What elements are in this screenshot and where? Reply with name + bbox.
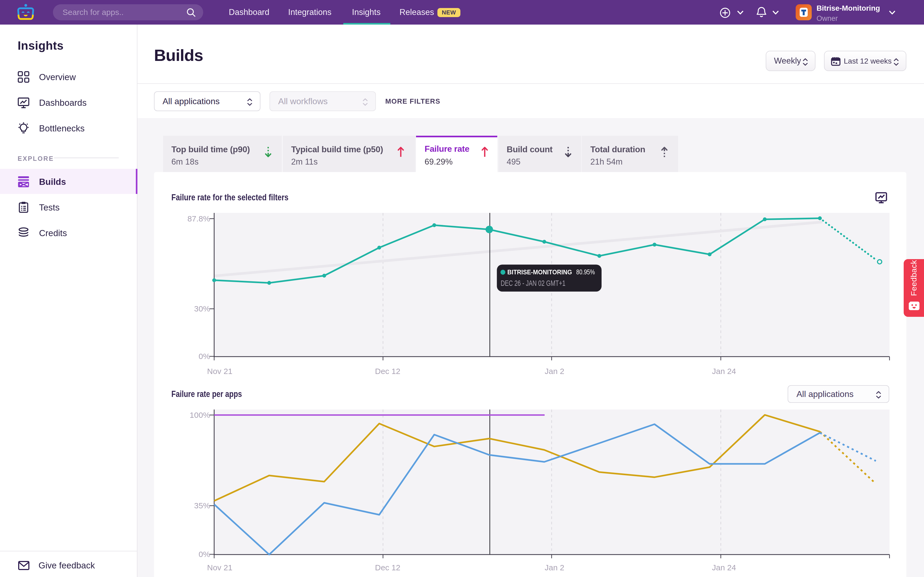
- svg-text:80.95%: 80.95%: [576, 268, 595, 276]
- svg-text:Jan 2: Jan 2: [544, 563, 564, 572]
- svg-text:0%: 0%: [199, 550, 210, 558]
- svg-text:Jan 24: Jan 24: [712, 366, 736, 375]
- svg-text:DEC 26 - JAN 02 GMT+1: DEC 26 - JAN 02 GMT+1: [501, 278, 565, 287]
- svg-text:Failure rate per apps: Failure rate per apps: [171, 388, 242, 398]
- svg-text:0%: 0%: [199, 351, 210, 360]
- svg-text:100%: 100%: [189, 410, 210, 419]
- svg-text:Dec 12: Dec 12: [375, 563, 400, 572]
- svg-text:Nov 21: Nov 21: [207, 366, 233, 375]
- svg-text:BITRISE-MONITORING: BITRISE-MONITORING: [507, 268, 572, 276]
- svg-text:Jan 24: Jan 24: [712, 563, 736, 572]
- svg-text:Nov 21: Nov 21: [207, 563, 233, 572]
- svg-text:Jan 2: Jan 2: [544, 366, 564, 375]
- svg-text:30%: 30%: [194, 304, 210, 313]
- svg-text:35%: 35%: [194, 501, 210, 510]
- svg-text:Dec 12: Dec 12: [375, 366, 400, 375]
- svg-text:Failure rate for the selected: Failure rate for the selected filters: [171, 192, 289, 202]
- svg-text:87.8%: 87.8%: [187, 214, 210, 223]
